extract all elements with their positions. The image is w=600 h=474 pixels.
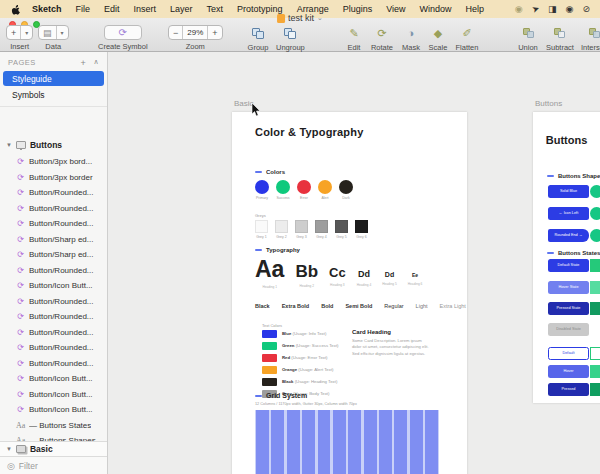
specimen-letters[interactable]: Cc	[329, 266, 346, 279]
specimen-letters[interactable]: Aa	[255, 258, 284, 281]
rotate-button[interactable]: ⟳	[370, 25, 394, 41]
zoom-control[interactable]: − 29% +	[168, 25, 223, 40]
state-button[interactable]: Hover State	[548, 281, 589, 294]
canvas[interactable]: Basic Color & Typography Colors Primary …	[108, 52, 600, 474]
recording-indicator-icon[interactable]: ◉	[515, 4, 523, 14]
layer-row[interactable]: ⟳Button/Rounded...	[0, 185, 107, 201]
page-item-symbols[interactable]: Symbols	[3, 87, 104, 102]
layer-row[interactable]: ⟳Button/Rounded...	[0, 263, 107, 279]
state-button[interactable]: Default State	[548, 259, 589, 272]
text-color-row[interactable]: Green (Usage: Success Text)	[262, 342, 339, 350]
collapse-pages-button[interactable]: ∧	[93, 58, 99, 68]
subtract-button[interactable]	[548, 25, 572, 41]
layer-row[interactable]: ⟳Button/Rounded...	[0, 294, 107, 310]
shape-button[interactable]: Solid Blue	[548, 185, 589, 198]
menu-edit[interactable]: Edit	[97, 4, 127, 14]
scale-button[interactable]: ◆	[426, 25, 450, 41]
menu-sketch[interactable]: Sketch	[25, 4, 69, 14]
menu-view[interactable]: View	[379, 4, 412, 14]
green-state-button[interactable]	[590, 383, 600, 396]
green-shape-button[interactable]	[590, 207, 600, 220]
state-button[interactable]: Hover	[548, 365, 589, 378]
artboard-group-buttons[interactable]: ▼ Buttons	[0, 137, 107, 152]
layer-row[interactable]: ⟳Button/Rounded...	[0, 201, 107, 217]
state-button[interactable]: Pressed	[548, 383, 589, 396]
menu-insert[interactable]: Insert	[127, 4, 164, 14]
insert-button[interactable]: +▾	[6, 25, 33, 40]
weight-label[interactable]: Extra Bold	[282, 303, 310, 309]
zoom-in-button[interactable]: +	[207, 26, 221, 39]
layer-row[interactable]: ⟳Button/Rounded...	[0, 309, 107, 325]
create-symbol-button[interactable]: ⟳	[104, 25, 142, 40]
display-status-icon[interactable]: ◨	[548, 4, 557, 14]
grid-columns[interactable]	[255, 410, 439, 474]
weight-label[interactable]: Regular	[384, 303, 403, 309]
layer-row[interactable]: ⟳Button/Rounded...	[0, 340, 107, 356]
data-button[interactable]: ▤▾	[38, 25, 69, 40]
green-state-button[interactable]	[590, 259, 600, 272]
color-swatch[interactable]	[297, 180, 311, 194]
shape-button[interactable]: Rounded End →	[548, 229, 589, 242]
text-layer-row[interactable]: Aa— Buttons States	[0, 418, 107, 434]
union-button[interactable]	[516, 25, 540, 41]
grey-swatch[interactable]	[295, 220, 308, 233]
layer-row[interactable]: ⟳Button/Rounded...	[0, 356, 107, 372]
page-item-styleguide[interactable]: Styleguide	[3, 71, 104, 86]
menu-file[interactable]: File	[69, 4, 98, 14]
color-swatch[interactable]	[339, 180, 353, 194]
ungroup-button[interactable]	[278, 25, 302, 41]
group-button[interactable]	[246, 25, 270, 41]
specimen-letters[interactable]: Dd	[358, 270, 370, 279]
color-swatch[interactable]	[255, 180, 269, 194]
grey-swatch[interactable]	[335, 220, 348, 233]
edit-button[interactable]: ✎	[342, 25, 366, 41]
document-title[interactable]: test kit ⌄	[277, 13, 323, 23]
menu-window[interactable]: Window	[413, 4, 459, 14]
disclosure-triangle-icon[interactable]: ▼	[6, 142, 12, 148]
menu-layer[interactable]: Layer	[163, 4, 200, 14]
weight-label[interactable]: Light	[416, 303, 428, 309]
layer-row[interactable]: ⟳Button/Icon Butt...	[0, 371, 107, 387]
green-state-button[interactable]	[590, 365, 600, 378]
menu-help[interactable]: Help	[459, 4, 492, 14]
menu-text[interactable]: Text	[200, 4, 231, 14]
layer-row[interactable]: ⟳Button/Icon Butt...	[0, 402, 107, 418]
state-button[interactable]: Pressed State	[548, 302, 589, 315]
apple-icon[interactable]	[10, 4, 21, 15]
specimen-letters[interactable]: Bb	[295, 263, 318, 280]
grey-swatch[interactable]	[255, 220, 268, 233]
weight-label[interactable]: Extra Light	[440, 303, 466, 309]
zoom-out-button[interactable]: −	[169, 26, 182, 39]
text-color-row[interactable]: Blue (Usage: Info Text)	[262, 330, 339, 338]
camera-status-icon[interactable]: ◉	[566, 4, 574, 14]
green-state-button[interactable]	[590, 347, 600, 360]
specimen-letters[interactable]: Ee	[412, 273, 418, 278]
weight-label[interactable]: Bold	[321, 303, 333, 309]
color-swatch[interactable]	[276, 180, 290, 194]
artboard-title-buttons[interactable]: Buttons	[535, 99, 562, 108]
intersect-button[interactable]	[582, 25, 600, 41]
text-color-row[interactable]: Orange (Usage: Alert Text)	[262, 366, 339, 374]
green-state-button[interactable]	[590, 302, 600, 315]
text-color-row[interactable]: Red (Usage: Error Text)	[262, 354, 339, 362]
grey-swatch[interactable]	[275, 220, 288, 233]
layer-row[interactable]: ⟳Button/Icon Butt...	[0, 278, 107, 294]
state-button[interactable]: Default	[548, 347, 589, 360]
layer-row[interactable]: ⟳Button/Sharp ed...	[0, 232, 107, 248]
green-shape-button[interactable]	[590, 185, 600, 198]
dnd-status-icon[interactable]: ⊘	[582, 4, 590, 14]
layer-row[interactable]: ⟳Button/Rounded...	[0, 216, 107, 232]
weight-label[interactable]: Black	[255, 303, 270, 309]
add-page-button[interactable]: +	[81, 58, 87, 68]
artboard-basic[interactable]: Color & Typography Colors Primary Succes…	[232, 112, 467, 474]
layer-row[interactable]: ⟳Button/3px border	[0, 170, 107, 186]
mask-button[interactable]: ◑	[399, 25, 423, 41]
layer-row[interactable]: ⟳Button/3px bord...	[0, 154, 107, 170]
menu-plugins[interactable]: Plugins	[336, 4, 380, 14]
artboard-group-basic[interactable]: ▼ Basic	[0, 441, 107, 456]
grey-swatch[interactable]	[315, 220, 328, 233]
layer-row[interactable]: ⟳Button/Icon Butt...	[0, 387, 107, 403]
grey-swatch[interactable]	[355, 220, 368, 233]
state-button[interactable]: Disabled State	[548, 323, 589, 336]
disclosure-triangle-icon[interactable]: ▼	[6, 446, 12, 452]
